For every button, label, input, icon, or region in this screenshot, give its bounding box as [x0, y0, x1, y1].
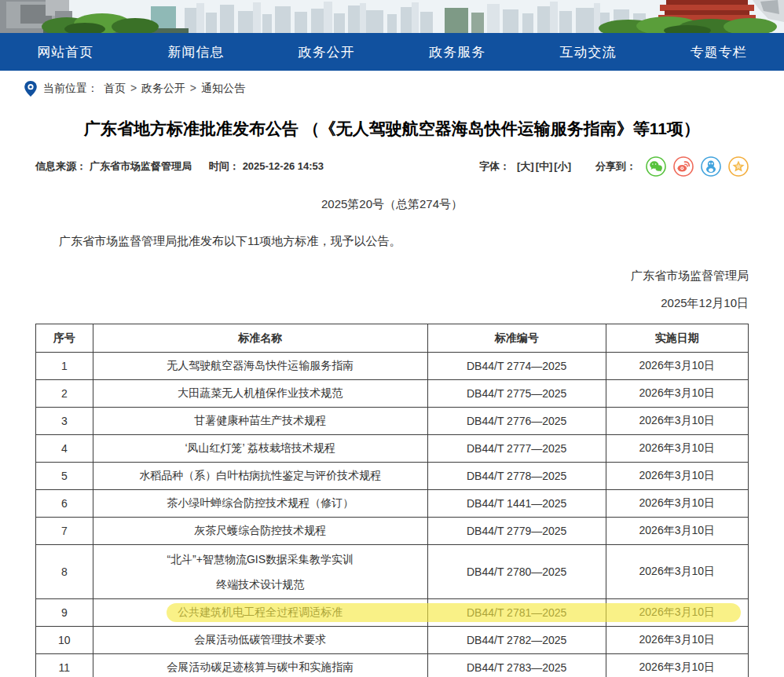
- cell-no: 9: [36, 599, 93, 627]
- table-row: 3甘薯健康种苗生产技术规程DB44/T 2776—20252026年3月10日: [36, 408, 749, 435]
- time-value: 2025-12-26 14:53: [243, 160, 324, 172]
- cell-date: 2026年3月10日: [606, 654, 748, 677]
- nav-item-3[interactable]: 政务公开: [262, 33, 392, 71]
- cell-code: DB44/T 2774—2025: [427, 353, 606, 380]
- source-value: 广东省市场监督管理局: [90, 160, 192, 172]
- cell-name: 公共建筑机电工程全过程调适标准: [93, 599, 427, 627]
- nav-item-6[interactable]: 专题专栏: [654, 33, 784, 71]
- wechat-share-icon[interactable]: [646, 156, 666, 177]
- meta-source: 信息来源：广东省市场监督管理局 时间：2025-12-26 14:53: [35, 159, 327, 174]
- cell-no: 10: [36, 627, 93, 654]
- main-navbar: 网站首页新闻信息政务公开政务服务互动交流专题专栏: [0, 33, 784, 71]
- table-header-2: 标准编号: [427, 324, 606, 353]
- cell-code: DB44/T 2781—2025: [427, 599, 606, 627]
- cell-no: 5: [36, 463, 93, 490]
- font-size-button-medium[interactable]: [中]: [536, 160, 553, 172]
- font-size-label: 字体：: [479, 159, 510, 174]
- font-size-button-large[interactable]: [大]: [517, 160, 534, 172]
- cell-name: 水稻品种（系）白叶枯病抗性鉴定与评价技术规程: [93, 463, 427, 490]
- qzone-share-icon[interactable]: [728, 156, 749, 177]
- cell-date: 2026年3月10日: [606, 380, 748, 408]
- table-row: 1无人驾驶航空器海岛快件运输服务指南DB44/T 2774—20252026年3…: [36, 353, 749, 380]
- signature-date: 2025年12月10日: [35, 296, 749, 311]
- nav-item-4[interactable]: 政务服务: [392, 33, 522, 71]
- cell-date: 2026年3月10日: [606, 599, 748, 627]
- breadcrumb: 当前位置： 首页 > 政务公开 > 通知公告: [0, 71, 784, 104]
- table-row: 8“北斗”+智慧物流GIS数据采集教学实训 终端技术设计规范DB44/T 278…: [36, 545, 749, 599]
- cell-name: 甘薯健康种苗生产技术规程: [93, 408, 427, 435]
- cell-no: 8: [36, 545, 93, 599]
- cell-code: DB44/T 2783—2025: [427, 654, 606, 677]
- standards-table-wrap: 序号标准名称标准编号实施日期 1无人驾驶航空器海岛快件运输服务指南DB44/T …: [35, 324, 749, 677]
- cell-name: 茶小绿叶蝉综合防控技术规程（修订）: [93, 490, 427, 518]
- header-banner-image: [0, 0, 784, 33]
- share-label: 分享到：: [595, 159, 636, 174]
- meta-row: 信息来源：广东省市场监督管理局 时间：2025-12-26 14:53 字体： …: [35, 156, 749, 177]
- cell-date: 2026年3月10日: [606, 435, 748, 463]
- doc-number: 2025第20号（总第274号）: [35, 197, 749, 212]
- cell-no: 11: [36, 654, 93, 677]
- cell-code: DB44/T 2780—2025: [427, 545, 606, 599]
- breadcrumb-link-3[interactable]: 通知公告: [201, 82, 245, 94]
- cell-name: ‘凤山红灯笼’ 荔枝栽培技术规程: [93, 435, 427, 463]
- table-header-1: 标准名称: [93, 324, 427, 353]
- signature-agency: 广东省市场监督管理局: [35, 269, 749, 284]
- breadcrumb-link-1[interactable]: 首页: [104, 82, 126, 94]
- breadcrumb-links: 首页 > 政务公开 > 通知公告: [104, 82, 245, 96]
- cell-no: 1: [36, 353, 93, 380]
- font-size-button-small[interactable]: [小]: [554, 160, 571, 172]
- table-header-3: 实施日期: [606, 324, 748, 353]
- standards-table: 序号标准名称标准编号实施日期 1无人驾驶航空器海岛快件运输服务指南DB44/T …: [35, 324, 749, 677]
- table-row: 10会展活动低碳管理技术要求DB44/T 2782—20252026年3月10日: [36, 627, 749, 654]
- body-paragraph: 广东省市场监督管理局批准发布以下11项地方标准，现予以公告。: [35, 232, 749, 250]
- table-row: 4‘凤山红灯笼’ 荔枝栽培技术规程DB44/T 2777—20252026年3月…: [36, 435, 749, 463]
- table-row: 9公共建筑机电工程全过程调适标准DB44/T 2781—20252026年3月1…: [36, 599, 749, 627]
- location-pin-icon: [24, 81, 38, 97]
- cell-date: 2026年3月10日: [606, 545, 748, 599]
- cell-date: 2026年3月10日: [606, 518, 748, 545]
- table-row: 5水稻品种（系）白叶枯病抗性鉴定与评价技术规程DB44/T 2778—20252…: [36, 463, 749, 490]
- cell-name: “北斗”+智慧物流GIS数据采集教学实训 终端技术设计规范: [93, 545, 427, 599]
- table-header-0: 序号: [36, 324, 93, 353]
- cell-name: 会展活动低碳管理技术要求: [93, 627, 427, 654]
- source-label: 信息来源：: [35, 160, 86, 172]
- table-header-row: 序号标准名称标准编号实施日期: [36, 324, 749, 353]
- cell-date: 2026年3月10日: [606, 353, 748, 380]
- breadcrumb-separator: >: [187, 82, 200, 94]
- table-row: 6茶小绿叶蝉综合防控技术规程（修订）DB44/T 1441—20252026年3…: [36, 490, 749, 518]
- cell-code: DB44/T 2776—2025: [427, 408, 606, 435]
- cell-name: 会展活动碳足迹核算与碳中和实施指南: [93, 654, 427, 677]
- cell-code: DB44/T 2777—2025: [427, 435, 606, 463]
- breadcrumb-separator: >: [127, 82, 140, 94]
- cell-no: 6: [36, 490, 93, 518]
- cell-no: 3: [36, 408, 93, 435]
- table-row: 11会展活动碳足迹核算与碳中和实施指南DB44/T 2783—20252026年…: [36, 654, 749, 677]
- page-title: 广东省地方标准批准发布公告 （《无人驾驶航空器海岛快件运输服务指南》等11项）: [35, 117, 749, 141]
- cell-code: DB44/T 1441—2025: [427, 490, 606, 518]
- article: 广东省地方标准批准发布公告 （《无人驾驶航空器海岛快件运输服务指南》等11项） …: [0, 117, 784, 677]
- cell-no: 2: [36, 380, 93, 408]
- breadcrumb-label: 当前位置：: [43, 82, 98, 96]
- breadcrumb-link-2[interactable]: 政务公开: [141, 82, 185, 94]
- nav-item-5[interactable]: 互动交流: [522, 33, 653, 71]
- cell-date: 2026年3月10日: [606, 490, 748, 518]
- cell-no: 4: [36, 435, 93, 463]
- cell-code: DB44/T 2779—2025: [427, 518, 606, 545]
- share-icons: [646, 156, 749, 177]
- cell-date: 2026年3月10日: [606, 408, 748, 435]
- table-row: 7灰茶尺蠖综合防控技术规程DB44/T 2779—20252026年3月10日: [36, 518, 749, 545]
- cell-name: 灰茶尺蠖综合防控技术规程: [93, 518, 427, 545]
- qq-share-icon[interactable]: [701, 156, 721, 177]
- cell-code: DB44/T 2775—2025: [427, 380, 606, 408]
- cell-no: 7: [36, 518, 93, 545]
- weibo-share-icon[interactable]: [673, 156, 694, 177]
- time-label: 时间：: [209, 160, 240, 172]
- nav-item-2[interactable]: 新闻信息: [130, 33, 261, 71]
- cell-name: 无人驾驶航空器海岛快件运输服务指南: [93, 353, 427, 380]
- nav-item-1[interactable]: 网站首页: [0, 33, 130, 71]
- meta-tools: 字体： [大][中][小] 分享到：: [479, 156, 749, 177]
- cell-code: DB44/T 2782—2025: [427, 627, 606, 654]
- cell-date: 2026年3月10日: [606, 627, 748, 654]
- cell-name: 大田蔬菜无人机植保作业技术规范: [93, 380, 427, 408]
- font-size-controls: [大][中][小]: [516, 159, 572, 174]
